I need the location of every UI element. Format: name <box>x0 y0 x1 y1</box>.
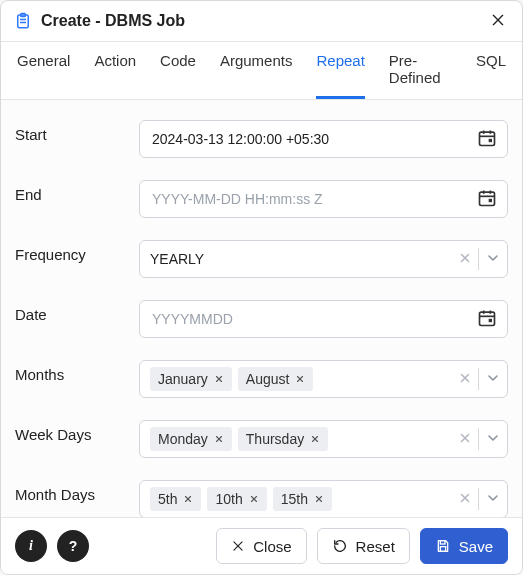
label-monthdays: Month Days <box>15 480 139 503</box>
weekdays-select-controls <box>452 428 501 450</box>
tab-sql[interactable]: SQL <box>476 52 506 99</box>
close-icon <box>249 491 259 507</box>
monthdays-clear-button[interactable] <box>458 491 472 508</box>
frequency-dropdown-toggle[interactable] <box>485 250 501 269</box>
weekdays-clear-button[interactable] <box>458 431 472 448</box>
chevron-down-icon <box>485 493 501 509</box>
close-icon <box>214 371 224 387</box>
monthday-chip: 15th <box>273 487 332 511</box>
frequency-select[interactable]: YEARLY <box>139 240 508 278</box>
dialog-body: Start End Frequency YEARLY <box>1 100 522 517</box>
chip-label: 5th <box>158 491 177 507</box>
chip-remove-button[interactable] <box>249 491 259 507</box>
divider <box>478 248 479 270</box>
tab-arguments[interactable]: Arguments <box>220 52 293 99</box>
clear-icon <box>458 492 472 508</box>
row-months: Months January August <box>15 360 508 398</box>
months-clear-button[interactable] <box>458 371 472 388</box>
row-frequency: Frequency YEARLY <box>15 240 508 278</box>
monthday-chip: 5th <box>150 487 201 511</box>
divider <box>478 428 479 450</box>
calendar-icon <box>477 128 497 151</box>
label-end: End <box>15 180 139 203</box>
weekday-chip: Thursday <box>238 427 328 451</box>
info-icon: i <box>29 538 33 554</box>
info-button[interactable]: i <box>15 530 47 562</box>
row-monthdays: Month Days 5th 10th <box>15 480 508 517</box>
chevron-down-icon <box>485 373 501 389</box>
monthdays-select[interactable]: 5th 10th 15th <box>139 480 508 517</box>
close-button[interactable]: Close <box>216 528 306 564</box>
label-months: Months <box>15 360 139 383</box>
weekday-chip: Monday <box>150 427 232 451</box>
reset-icon <box>332 538 348 554</box>
weekdays-chips: Monday Thursday <box>150 423 452 455</box>
chip-label: Thursday <box>246 431 304 447</box>
date-calendar-button[interactable] <box>473 305 501 333</box>
chevron-down-icon <box>485 253 501 269</box>
calendar-icon <box>477 308 497 331</box>
save-icon <box>435 538 451 554</box>
weekdays-dropdown-toggle[interactable] <box>485 430 501 449</box>
chip-label: August <box>246 371 290 387</box>
tab-general[interactable]: General <box>17 52 70 99</box>
label-start: Start <box>15 120 139 143</box>
divider <box>478 368 479 390</box>
close-icon <box>231 539 245 553</box>
monthdays-chips: 5th 10th 15th <box>150 483 452 515</box>
date-input[interactable] <box>150 310 473 328</box>
close-icon <box>295 371 305 387</box>
save-button[interactable]: Save <box>420 528 508 564</box>
chip-label: 10th <box>215 491 242 507</box>
end-calendar-button[interactable] <box>473 185 501 213</box>
close-icon <box>214 431 224 447</box>
close-icon <box>490 12 506 31</box>
calendar-icon <box>477 188 497 211</box>
chip-remove-button[interactable] <box>214 371 224 387</box>
frequency-value: YEARLY <box>150 251 452 267</box>
months-dropdown-toggle[interactable] <box>485 370 501 389</box>
clear-icon <box>458 252 472 268</box>
start-field <box>139 120 508 158</box>
help-icon: ? <box>69 538 78 554</box>
dialog-close-button[interactable] <box>486 9 510 33</box>
tab-pre-defined[interactable]: Pre-Defined <box>389 52 452 99</box>
month-chip: January <box>150 367 232 391</box>
chip-remove-button[interactable] <box>310 431 320 447</box>
chip-remove-button[interactable] <box>295 371 305 387</box>
tab-action[interactable]: Action <box>94 52 136 99</box>
dialog-header: Create - DBMS Job <box>1 1 522 42</box>
chip-remove-button[interactable] <box>314 491 324 507</box>
months-select[interactable]: January August <box>139 360 508 398</box>
end-input[interactable] <box>150 190 473 208</box>
create-dbms-job-dialog: Create - DBMS Job General Action Code Ar… <box>0 0 523 575</box>
chip-remove-button[interactable] <box>214 431 224 447</box>
date-field <box>139 300 508 338</box>
start-input[interactable] <box>150 130 473 148</box>
chip-remove-button[interactable] <box>183 491 193 507</box>
chip-label: 15th <box>281 491 308 507</box>
chevron-down-icon <box>485 433 501 449</box>
frequency-clear-button[interactable] <box>458 251 472 268</box>
months-chips: January August <box>150 363 452 395</box>
tab-code[interactable]: Code <box>160 52 196 99</box>
close-icon <box>310 431 320 447</box>
close-icon <box>314 491 324 507</box>
label-frequency: Frequency <box>15 240 139 263</box>
monthdays-dropdown-toggle[interactable] <box>485 490 501 509</box>
dialog-tabs: General Action Code Arguments Repeat Pre… <box>1 42 522 100</box>
reset-button[interactable]: Reset <box>317 528 410 564</box>
row-end: End <box>15 180 508 218</box>
label-weekdays: Week Days <box>15 420 139 443</box>
months-select-controls <box>452 368 501 390</box>
help-button[interactable]: ? <box>57 530 89 562</box>
frequency-select-controls <box>452 248 501 270</box>
dialog-title: Create - DBMS Job <box>41 12 486 30</box>
row-date: Date <box>15 300 508 338</box>
end-field <box>139 180 508 218</box>
weekdays-select[interactable]: Monday Thursday <box>139 420 508 458</box>
tab-repeat[interactable]: Repeat <box>316 52 364 99</box>
clear-icon <box>458 372 472 388</box>
start-calendar-button[interactable] <box>473 125 501 153</box>
close-button-label: Close <box>253 538 291 555</box>
